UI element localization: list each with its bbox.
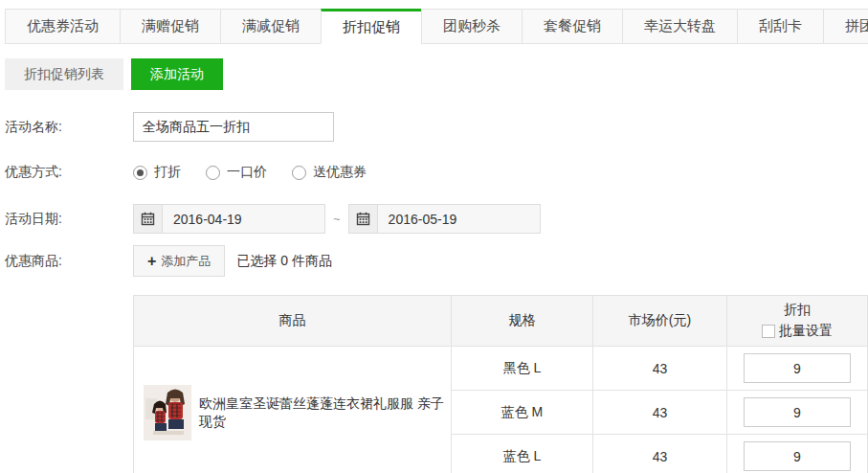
- end-date-value[interactable]: 2016-05-19: [378, 205, 540, 233]
- discount-products-label: 优惠商品:: [5, 253, 133, 270]
- add-product-button-label: 添加产品: [161, 253, 211, 270]
- tab-groupbuy-flashsale[interactable]: 团购秒杀: [421, 9, 523, 44]
- table-header-row: 商品 规格 市场价(元) 折扣 批量设置: [134, 296, 868, 347]
- price-cell: 43: [593, 435, 727, 473]
- products-table: 商品 规格 市场价(元) 折扣 批量设置: [133, 295, 868, 473]
- activity-name-label: 活动名称:: [5, 119, 133, 136]
- radio-label: 送优惠券: [313, 164, 367, 181]
- subnav: 折扣促销列表 添加活动: [5, 58, 868, 90]
- tab-full-gift-promo[interactable]: 满赠促销: [120, 9, 221, 44]
- end-date-picker[interactable]: 2016-05-19: [348, 204, 541, 234]
- discount-cell: [727, 347, 868, 391]
- add-product-button[interactable]: + 添加产品: [133, 245, 225, 277]
- col-header-discount: 折扣 批量设置: [727, 296, 868, 347]
- discount-cell: [727, 435, 868, 473]
- price-cell: 43: [593, 391, 727, 435]
- radio-label: 打折: [154, 164, 181, 181]
- radio-option-give-coupon[interactable]: 送优惠券: [292, 164, 367, 181]
- products-table-wrap: 商品 规格 市场价(元) 折扣 批量设置: [133, 295, 868, 473]
- discount-method-label: 优惠方式:: [5, 164, 133, 181]
- start-date-picker[interactable]: 2016-04-19: [133, 204, 325, 234]
- calendar-icon[interactable]: [349, 205, 378, 233]
- discount-activity-form: 活动名称: 优惠方式: 打折 一口价 送优惠券 活动日期:: [0, 112, 868, 473]
- discount-input[interactable]: [744, 397, 851, 427]
- spec-cell: 蓝色 L: [452, 435, 593, 473]
- radio-unselected-icon[interactable]: [206, 166, 220, 180]
- batch-set-label: 批量设置: [779, 323, 833, 340]
- date-range-separator: ~: [333, 212, 341, 226]
- radio-selected-icon[interactable]: [133, 166, 147, 180]
- tab-coupon-activity[interactable]: 优惠券活动: [5, 9, 121, 44]
- discount-cell: [727, 391, 868, 435]
- discount-header-label: 折扣: [784, 302, 811, 319]
- product-cell: 欧洲皇室圣诞蕾丝蓬蓬连衣裙礼服服 亲子现货: [134, 347, 452, 473]
- col-header-price: 市场价(元): [593, 296, 727, 347]
- tab-package-promo[interactable]: 套餐促销: [522, 9, 623, 44]
- col-header-product: 商品: [134, 296, 452, 347]
- add-activity-button[interactable]: 添加活动: [131, 58, 223, 90]
- tab-full-reduction-promo[interactable]: 满减促销: [220, 9, 322, 44]
- start-date-value[interactable]: 2016-04-19: [163, 205, 324, 233]
- discount-input[interactable]: [744, 441, 851, 471]
- radio-option-fixed-price[interactable]: 一口价: [206, 164, 267, 181]
- tab-discount-promo[interactable]: 折扣促销: [321, 9, 422, 44]
- selected-count-text: 已选择 0 件商品: [236, 253, 332, 270]
- discount-list-button[interactable]: 折扣促销列表: [5, 58, 123, 90]
- radio-option-discount[interactable]: 打折: [133, 164, 181, 181]
- batch-set-checkbox[interactable]: [762, 325, 775, 338]
- tab-scratch-card[interactable]: 刮刮卡: [737, 9, 824, 44]
- table-row: 欧洲皇室圣诞蕾丝蓬蓬连衣裙礼服服 亲子现货 黑色 L 43: [134, 347, 868, 391]
- product-name-text: 欧洲皇室圣诞蕾丝蓬蓬连衣裙礼服服 亲子现货: [199, 394, 445, 431]
- tab-group-flashsale[interactable]: 拼团秒杀: [823, 9, 868, 44]
- activity-name-input[interactable]: [133, 112, 334, 142]
- discount-method-radios: 打折 一口价 送优惠券: [133, 164, 367, 181]
- activity-date-label: 活动日期:: [5, 211, 133, 228]
- calendar-icon[interactable]: [134, 205, 163, 233]
- radio-label: 一口价: [227, 164, 267, 181]
- promotion-tabbar: 优惠券活动 满赠促销 满减促销 折扣促销 团购秒杀 套餐促销 幸运大转盘 刮刮卡…: [0, 9, 868, 44]
- plus-icon: +: [147, 254, 156, 269]
- col-header-spec: 规格: [452, 296, 593, 347]
- product-image: [144, 385, 191, 440]
- price-cell: 43: [593, 347, 727, 391]
- tab-lucky-wheel[interactable]: 幸运大转盘: [622, 9, 738, 44]
- spec-cell: 黑色 L: [452, 347, 593, 391]
- radio-unselected-icon[interactable]: [292, 166, 306, 180]
- discount-input[interactable]: [744, 353, 851, 383]
- spec-cell: 蓝色 M: [452, 391, 593, 435]
